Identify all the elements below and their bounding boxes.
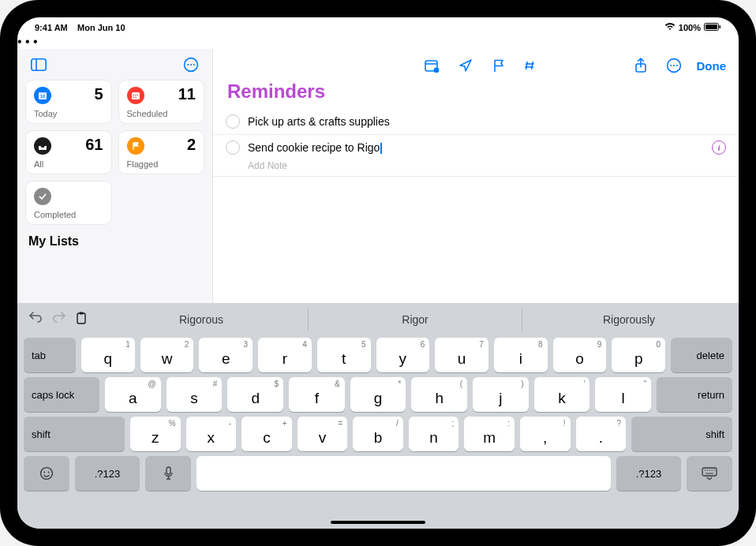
key-d[interactable]: d$ (227, 377, 283, 412)
key-.[interactable]: .? (576, 417, 627, 451)
home-indicator[interactable] (331, 521, 425, 524)
key-e[interactable]: e3 (199, 338, 253, 372)
key-c[interactable]: c+ (241, 417, 292, 451)
smart-lists-grid: 10 5 Today 11 Scheduled 61 (25, 80, 204, 225)
check-icon (34, 188, 51, 205)
smart-list-scheduled[interactable]: 11 Scheduled (118, 80, 205, 124)
text-cursor (380, 143, 382, 154)
key-mode-right[interactable]: .?123 (616, 456, 681, 491)
reminder-row[interactable]: Pick up arts & crafts supplies (213, 109, 739, 135)
more-button[interactable] (181, 54, 201, 75)
reminder-row-editing[interactable]: Send cookie recipe to Rigo i (213, 135, 739, 160)
svg-point-6 (187, 64, 189, 65)
key-return[interactable]: return (657, 377, 732, 412)
reminder-text-input[interactable]: Send cookie recipe to Rigo (248, 141, 704, 154)
key-o[interactable]: o9 (553, 338, 607, 372)
key-a[interactable]: a@ (105, 377, 161, 412)
smart-list-flagged[interactable]: 2 Flagged (118, 130, 205, 174)
key-u[interactable]: u7 (435, 338, 488, 372)
svg-point-7 (190, 64, 192, 65)
key-r[interactable]: r4 (258, 338, 312, 372)
key-dictate[interactable] (145, 456, 191, 491)
redo-button[interactable] (52, 312, 66, 327)
key-h[interactable]: h( (411, 377, 467, 412)
svg-point-14 (135, 95, 137, 96)
key-m[interactable]: m: (464, 417, 515, 451)
prediction-2[interactable]: Rigor (308, 309, 522, 331)
today-count: 5 (94, 85, 103, 103)
wifi-icon (664, 23, 676, 32)
svg-rect-26 (77, 313, 85, 323)
completed-label: Completed (34, 210, 76, 219)
flag-button[interactable] (488, 55, 509, 76)
svg-point-25 (676, 65, 677, 66)
prediction-3[interactable]: Rigorously (522, 309, 735, 331)
smart-list-all[interactable]: 61 All (25, 130, 112, 174)
tag-button[interactable] (522, 55, 542, 76)
key-l[interactable]: l" (595, 377, 651, 412)
key-x[interactable]: x- (186, 417, 237, 451)
key-tab[interactable]: tab (24, 338, 76, 372)
svg-point-16 (133, 97, 134, 99)
reminder-text[interactable]: Pick up arts & crafts supplies (248, 115, 726, 128)
key-t[interactable]: t5 (317, 338, 371, 372)
key-k[interactable]: k' (534, 377, 590, 412)
scheduled-label: Scheduled (127, 109, 168, 118)
key-i[interactable]: i8 (494, 338, 548, 372)
reminder-radio[interactable] (226, 140, 240, 155)
app-content: 10 5 Today 11 Scheduled 61 (17, 49, 739, 303)
scheduled-count: 11 (178, 85, 196, 103)
screen: 9:41 AM Mon Jun 10 100% • • • (17, 17, 739, 529)
key-s[interactable]: s# (167, 377, 223, 412)
status-date: Mon Jun 10 (77, 23, 125, 32)
key-delete[interactable]: delete (671, 338, 732, 372)
undo-button[interactable] (28, 312, 43, 327)
svg-point-29 (43, 472, 45, 473)
add-note-placeholder[interactable]: Add Note (213, 160, 739, 177)
info-button[interactable]: i (712, 140, 726, 155)
key-b[interactable]: b/ (353, 417, 403, 451)
key-z[interactable]: z% (130, 417, 181, 451)
key-shift-right[interactable]: shift (631, 417, 732, 451)
key-dismiss-keyboard[interactable] (687, 456, 732, 491)
key-v[interactable]: v= (298, 417, 348, 451)
key-emoji[interactable] (24, 456, 69, 491)
key-n[interactable]: n; (409, 417, 459, 451)
main-pane: Done Reminders Pick up arts & crafts sup… (213, 49, 739, 303)
calendar-button[interactable] (422, 55, 443, 76)
key-q[interactable]: q1 (81, 338, 135, 372)
flagged-count: 2 (187, 136, 196, 154)
battery-pct: 100% (679, 23, 701, 32)
svg-point-24 (672, 65, 674, 66)
all-count: 61 (85, 136, 103, 154)
key-capslock[interactable]: caps lock (24, 377, 99, 412)
svg-point-8 (193, 64, 195, 65)
location-button[interactable] (455, 55, 476, 76)
prediction-1[interactable]: Rigorous (95, 309, 308, 331)
key-mode-left[interactable]: .?123 (75, 456, 140, 491)
smart-list-today[interactable]: 10 5 Today (25, 80, 112, 124)
clipboard-button[interactable] (76, 312, 87, 327)
key-space[interactable] (196, 456, 611, 491)
reminder-radio[interactable] (226, 114, 240, 129)
key-g[interactable]: g* (350, 377, 406, 412)
key-w[interactable]: w2 (140, 338, 194, 372)
key-,[interactable]: ,! (520, 417, 571, 451)
share-button[interactable] (631, 55, 651, 76)
flagged-label: Flagged (127, 159, 159, 169)
done-button[interactable]: Done (697, 59, 727, 73)
svg-rect-2 (720, 25, 721, 28)
main-more-button[interactable] (664, 55, 684, 76)
key-f[interactable]: f& (289, 377, 345, 412)
svg-point-30 (48, 472, 50, 473)
key-p[interactable]: p0 (612, 338, 665, 372)
smart-list-completed[interactable]: Completed (25, 181, 112, 225)
my-lists-heading: My Lists (28, 234, 201, 249)
on-screen-keyboard: Rigorous Rigor Rigorously tab q1w2e3r4t5… (17, 303, 739, 529)
grip-dots-icon[interactable]: • • • (17, 35, 739, 49)
key-j[interactable]: j) (473, 377, 529, 412)
list-title: Reminders (213, 77, 739, 109)
key-shift-left[interactable]: shift (24, 417, 125, 451)
key-y[interactable]: y6 (376, 338, 430, 372)
sidebar-toggle-button[interactable] (28, 54, 49, 75)
